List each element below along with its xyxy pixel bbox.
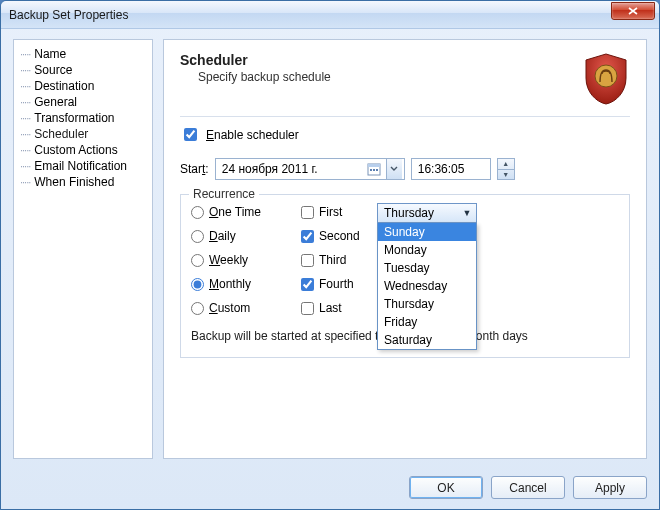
day-combo-list: Sunday Monday Tuesday Wednesday Thursday… bbox=[377, 223, 477, 350]
enable-scheduler-label: Enable scheduler bbox=[206, 128, 299, 142]
start-date-field[interactable]: 24 ноября 2011 г. bbox=[215, 158, 405, 180]
start-time-value: 16:36:05 bbox=[418, 162, 465, 176]
nav-item-source[interactable]: ·····Source bbox=[18, 62, 148, 78]
day-option-tuesday[interactable]: Tuesday bbox=[378, 259, 476, 277]
nav-pane: ·····Name ·····Source ·····Destination ·… bbox=[13, 39, 153, 459]
radio-one-time[interactable]: One Time bbox=[191, 205, 277, 219]
dialog-buttons: OK Cancel Apply bbox=[409, 476, 647, 499]
page-subtitle: Specify backup schedule bbox=[198, 70, 582, 84]
enable-scheduler-checkbox[interactable] bbox=[184, 128, 197, 141]
start-label: Start: bbox=[180, 162, 209, 176]
close-icon bbox=[628, 7, 638, 15]
shield-icon bbox=[582, 52, 630, 106]
page-title: Scheduler bbox=[180, 52, 582, 68]
titlebar: Backup Set Properties bbox=[1, 1, 659, 29]
svg-rect-2 bbox=[368, 164, 380, 167]
close-button[interactable] bbox=[611, 2, 655, 20]
spinner-down[interactable]: ▼ bbox=[498, 170, 514, 180]
radio-custom[interactable]: Custom bbox=[191, 301, 277, 315]
recurrence-legend: Recurrence bbox=[189, 187, 259, 201]
logo-shield bbox=[582, 52, 630, 106]
nav-item-email-notification[interactable]: ·····Email Notification bbox=[18, 158, 148, 174]
day-option-wednesday[interactable]: Wednesday bbox=[378, 277, 476, 295]
separator bbox=[180, 116, 630, 117]
day-option-thursday[interactable]: Thursday bbox=[378, 295, 476, 313]
svg-point-0 bbox=[595, 65, 617, 87]
radio-monthly[interactable]: Monthly bbox=[191, 277, 277, 291]
time-spinner[interactable]: ▲ ▼ bbox=[497, 158, 515, 180]
date-dropdown-button[interactable] bbox=[386, 159, 402, 179]
client-area: ·····Name ·····Source ·····Destination ·… bbox=[1, 29, 659, 509]
spinner-up[interactable]: ▲ bbox=[498, 159, 514, 170]
recurrence-group: Recurrence One Time Daily Weekly Monthly… bbox=[180, 194, 630, 358]
nav-item-name[interactable]: ·····Name bbox=[18, 46, 148, 62]
recurrence-ordinal-column: First Second Third Fourth Last bbox=[301, 205, 377, 315]
svg-rect-3 bbox=[370, 169, 372, 171]
main-pane: Scheduler Specify backup schedule bbox=[163, 39, 647, 459]
apply-button[interactable]: Apply bbox=[573, 476, 647, 499]
day-option-saturday[interactable]: Saturday bbox=[378, 331, 476, 349]
check-third[interactable]: Third bbox=[301, 253, 377, 267]
day-option-sunday[interactable]: Sunday bbox=[378, 223, 476, 241]
day-combo-box[interactable]: Thursday ▼ bbox=[377, 203, 477, 223]
check-last[interactable]: Last bbox=[301, 301, 377, 315]
radio-daily[interactable]: Daily bbox=[191, 229, 277, 243]
window-title: Backup Set Properties bbox=[9, 8, 611, 22]
day-option-monday[interactable]: Monday bbox=[378, 241, 476, 259]
svg-rect-4 bbox=[373, 169, 375, 171]
day-combo[interactable]: Thursday ▼ Sunday Monday Tuesday Wednesd… bbox=[377, 203, 477, 350]
start-date-value: 24 ноября 2011 г. bbox=[222, 162, 362, 176]
cancel-button[interactable]: Cancel bbox=[491, 476, 565, 499]
chevron-down-icon: ▼ bbox=[460, 208, 474, 218]
nav-item-destination[interactable]: ·····Destination bbox=[18, 78, 148, 94]
day-combo-value: Thursday bbox=[384, 206, 460, 220]
nav-item-when-finished[interactable]: ·····When Finished bbox=[18, 174, 148, 190]
radio-weekly[interactable]: Weekly bbox=[191, 253, 277, 267]
nav-item-scheduler[interactable]: ·····Scheduler bbox=[18, 126, 148, 142]
start-time-field[interactable]: 16:36:05 bbox=[411, 158, 491, 180]
svg-rect-5 bbox=[376, 169, 378, 171]
day-option-friday[interactable]: Friday bbox=[378, 313, 476, 331]
ok-button[interactable]: OK bbox=[409, 476, 483, 499]
nav-item-transformation[interactable]: ·····Transformation bbox=[18, 110, 148, 126]
recurrence-radio-column: One Time Daily Weekly Monthly Custom bbox=[191, 205, 277, 315]
nav-item-general[interactable]: ·····General bbox=[18, 94, 148, 110]
dialog-window: Backup Set Properties ·····Name ·····Sou… bbox=[0, 0, 660, 510]
calendar-icon bbox=[366, 161, 382, 177]
chevron-down-icon bbox=[390, 166, 398, 172]
check-first[interactable]: First bbox=[301, 205, 377, 219]
nav-item-custom-actions[interactable]: ·····Custom Actions bbox=[18, 142, 148, 158]
check-fourth[interactable]: Fourth bbox=[301, 277, 377, 291]
check-second[interactable]: Second bbox=[301, 229, 377, 243]
